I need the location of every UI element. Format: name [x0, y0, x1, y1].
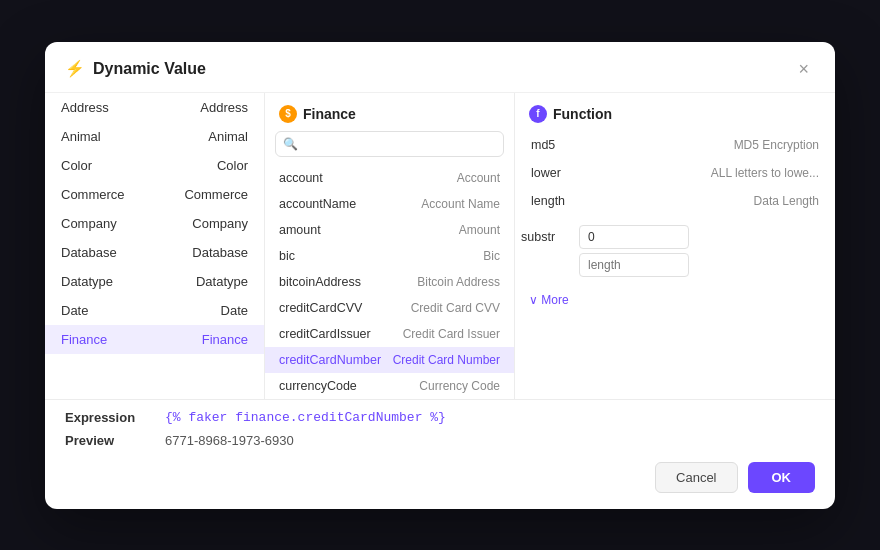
- dynamic-value-icon: ⚡: [65, 59, 85, 78]
- cat-label-left: Company: [61, 216, 117, 231]
- cat-label-left: Database: [61, 245, 117, 260]
- fi-label-right: Credit Card Number: [393, 353, 500, 367]
- preview-label: Preview: [65, 433, 165, 448]
- category-item-datatype[interactable]: Datatype Datatype: [45, 267, 264, 296]
- substr-length-input[interactable]: [579, 253, 689, 277]
- cat-label-right: Finance: [202, 332, 248, 347]
- finance-icon: $: [279, 105, 297, 123]
- fi-label-right: Bic: [483, 249, 500, 263]
- cat-label-left: Finance: [61, 332, 107, 347]
- fi-label-right: Credit Card Issuer: [403, 327, 500, 341]
- finance-list: account Account accountName Account Name…: [265, 165, 514, 399]
- modal-actions: Cancel OK: [45, 462, 835, 509]
- expression-row: Expression {% faker finance.creditCardNu…: [65, 410, 815, 425]
- modal-title-row: ⚡ Dynamic Value: [65, 59, 206, 78]
- finance-item-accountName[interactable]: accountName Account Name: [265, 191, 514, 217]
- fn-label-left: lower: [531, 166, 561, 180]
- modal-footer: Expression {% faker finance.creditCardNu…: [45, 400, 835, 462]
- substr-row: substr: [521, 225, 829, 249]
- fn-label-right: Data Length: [754, 194, 819, 208]
- cat-label-left: Date: [61, 303, 88, 318]
- substr-length-row: [521, 253, 829, 277]
- fi-label-right: Account: [457, 171, 500, 185]
- category-item-company[interactable]: Company Company: [45, 209, 264, 238]
- finance-item-creditCardNumber[interactable]: creditCardNumber Credit Card Number: [265, 347, 514, 373]
- category-item-commerce[interactable]: Commerce Commerce: [45, 180, 264, 209]
- function-item-length[interactable]: length Data Length: [525, 187, 825, 215]
- finance-item-creditCardCVV[interactable]: creditCardCVV Credit Card CVV: [265, 295, 514, 321]
- cat-label-left: Datatype: [61, 274, 113, 289]
- fi-label-right: Credit Card CVV: [411, 301, 500, 315]
- categories-column: Address Address Animal Animal Color Colo…: [45, 93, 265, 399]
- modal-title: Dynamic Value: [93, 60, 206, 78]
- function-list: md5 MD5 Encryption lower ALL letters to …: [515, 131, 835, 215]
- fi-label-left: creditCardCVV: [279, 301, 362, 315]
- cancel-button[interactable]: Cancel: [655, 462, 737, 493]
- close-button[interactable]: ×: [792, 58, 815, 80]
- cat-label-right: Database: [192, 245, 248, 260]
- fn-label-left: length: [531, 194, 565, 208]
- category-item-color[interactable]: Color Color: [45, 151, 264, 180]
- function-column: f Function md5 MD5 Encryption lower ALL …: [515, 93, 835, 399]
- category-item-date[interactable]: Date Date: [45, 296, 264, 325]
- preview-row: Preview 6771-8968-1973-6930: [65, 433, 815, 448]
- substr-section: substr: [515, 219, 835, 287]
- finance-header-label: Finance: [303, 106, 356, 122]
- expression-value: {% faker finance.creditCardNumber %}: [165, 410, 446, 425]
- finance-item-bic[interactable]: bic Bic: [265, 243, 514, 269]
- fi-label-left: amount: [279, 223, 321, 237]
- fi-label-right: Amount: [459, 223, 500, 237]
- function-icon: f: [529, 105, 547, 123]
- fn-label-right: ALL letters to lowe...: [711, 166, 819, 180]
- finance-item-creditCardIssuer[interactable]: creditCardIssuer Credit Card Issuer: [265, 321, 514, 347]
- finance-item-account[interactable]: account Account: [265, 165, 514, 191]
- substr-label: substr: [521, 230, 571, 244]
- function-item-md5[interactable]: md5 MD5 Encryption: [525, 131, 825, 159]
- finance-header: $ Finance: [265, 93, 514, 131]
- fi-label-right: Account Name: [421, 197, 500, 211]
- function-header: f Function: [515, 93, 835, 131]
- function-item-lower[interactable]: lower ALL letters to lowe...: [525, 159, 825, 187]
- search-icon: 🔍: [283, 137, 298, 151]
- fi-label-left: bic: [279, 249, 295, 263]
- modal-body: Address Address Animal Animal Color Colo…: [45, 93, 835, 400]
- fi-label-left: accountName: [279, 197, 356, 211]
- category-item-finance[interactable]: Finance Finance: [45, 325, 264, 354]
- modal-header: ⚡ Dynamic Value ×: [45, 42, 835, 93]
- finance-item-currencyCode[interactable]: currencyCode Currency Code: [265, 373, 514, 399]
- function-header-label: Function: [553, 106, 612, 122]
- fi-label-left: creditCardNumber: [279, 353, 381, 367]
- category-item-address[interactable]: Address Address: [45, 93, 264, 122]
- cat-label-left: Commerce: [61, 187, 125, 202]
- dynamic-value-modal: ⚡ Dynamic Value × Address Address Animal…: [45, 42, 835, 509]
- category-item-animal[interactable]: Animal Animal: [45, 122, 264, 151]
- cat-label-right: Commerce: [184, 187, 248, 202]
- fi-label-right: Currency Code: [419, 379, 500, 393]
- cat-label-right: Color: [217, 158, 248, 173]
- finance-search-box: 🔍: [275, 131, 504, 157]
- category-item-database[interactable]: Database Database: [45, 238, 264, 267]
- cat-label-left: Color: [61, 158, 92, 173]
- fi-label-left: bitcoinAddress: [279, 275, 361, 289]
- fn-label-right: MD5 Encryption: [734, 138, 819, 152]
- finance-search-input[interactable]: [275, 131, 504, 157]
- cat-label-right: Datatype: [196, 274, 248, 289]
- cat-label-right: Date: [221, 303, 248, 318]
- cat-label-right: Animal: [208, 129, 248, 144]
- fn-label-left: md5: [531, 138, 555, 152]
- more-link[interactable]: ∨ More: [515, 287, 835, 313]
- cat-label-right: Address: [200, 100, 248, 115]
- fi-label-left: currencyCode: [279, 379, 357, 393]
- finance-item-amount[interactable]: amount Amount: [265, 217, 514, 243]
- fi-label-left: account: [279, 171, 323, 185]
- cat-label-right: Company: [192, 216, 248, 231]
- cat-label-left: Animal: [61, 129, 101, 144]
- fi-label-right: Bitcoin Address: [417, 275, 500, 289]
- cat-label-left: Address: [61, 100, 109, 115]
- substr-start-input[interactable]: [579, 225, 689, 249]
- finance-item-bitcoinAddress[interactable]: bitcoinAddress Bitcoin Address: [265, 269, 514, 295]
- ok-button[interactable]: OK: [748, 462, 816, 493]
- preview-value: 6771-8968-1973-6930: [165, 433, 294, 448]
- fi-label-left: creditCardIssuer: [279, 327, 371, 341]
- finance-column: $ Finance 🔍 account Account accountName …: [265, 93, 515, 399]
